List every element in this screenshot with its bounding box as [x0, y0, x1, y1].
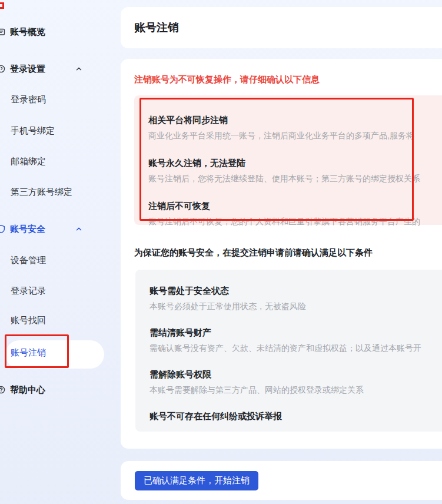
condition-item-title: 账号不可存在任何纠纷或投诉举报: [149, 410, 442, 423]
warning-item-title: 注销后不可恢复: [148, 200, 442, 213]
condition-item-desc: 需确认账号没有资产、欠款、未结清的资产和虚拟权益；以及通过本账号开: [149, 341, 442, 354]
condition-item-desc: 本账号必须处于正常使用状态，无被盗风险: [149, 300, 442, 313]
sidebar-item-phone-binding[interactable]: 手机号绑定: [0, 124, 118, 138]
condition-item: 账号不可存在任何纠纷或投诉举报: [149, 410, 442, 423]
overview-icon: [0, 27, 6, 37]
warning-item-title: 相关平台将同步注销: [148, 114, 442, 127]
sidebar-item-label: 账号找回: [11, 315, 46, 326]
sidebar-item-label: 账号注销: [11, 347, 46, 359]
warning-item-desc: 账号注销后，您将无法继续登陆、使用本账号；第三方账号的绑定授权关系: [148, 172, 442, 185]
submit-card: 已确认满足条件，开始注销: [121, 461, 442, 500]
sidebar-item-label: 手机号绑定: [11, 125, 55, 137]
sidebar-item-device-management[interactable]: 设备管理: [0, 253, 118, 267]
conditions-heading: 为保证您的账号安全，在提交注销申请前请确认满足以下条件: [134, 247, 373, 258]
sidebar-item-label: 账号安全: [10, 224, 45, 235]
help-icon: [0, 385, 6, 394]
sidebar-item-third-party-binding[interactable]: 第三方账号绑定: [0, 185, 118, 199]
condition-item-title: 需结清账号财产: [149, 326, 442, 339]
sidebar-item-account-overview[interactable]: 账号概览: [0, 25, 118, 39]
sidebar-item-label: 帮助中心: [10, 384, 45, 396]
shield-icon: [0, 224, 6, 234]
condition-item-title: 需解除账号权限: [149, 368, 442, 381]
sidebar-item-help-center[interactable]: 帮助中心: [0, 383, 118, 397]
sidebar-item-label: 邮箱绑定: [11, 156, 46, 167]
condition-item: 需解除账号权限 本账号需要解除与第三方产品、网站的授权登录或绑定关系: [149, 368, 442, 396]
warning-item-desc: 商业化业务平台采用统一账号，注销后商业化业务平台的多项产品,服务将: [148, 129, 442, 142]
sidebar-item-label: 账号概览: [10, 26, 45, 38]
app-root: 账号概览 登录设置 登录密码 手机号绑定 邮箱绑定 第三方账号绑: [0, 0, 442, 504]
sidebar-item-login-password[interactable]: 登录密码: [0, 92, 118, 107]
warning-heading: 注销账号为不可恢复操作，请仔细确认以下信息: [134, 74, 320, 85]
cancellation-info-card: 注销账号为不可恢复操作，请仔细确认以下信息 相关平台将同步注销 商业化业务平台采…: [121, 59, 442, 449]
sidebar-item-email-binding[interactable]: 邮箱绑定: [0, 154, 118, 168]
warning-item-desc: 账号注销后不可恢复；您的个人资料和巨量引擎旗下各营销服务平台产生的: [148, 215, 442, 228]
sidebar-item-label: 第三方账号绑定: [11, 187, 72, 198]
confirm-cancellation-button[interactable]: 已确认满足条件，开始注销: [135, 471, 258, 490]
sidebar-item-account-security[interactable]: 账号安全: [0, 222, 118, 236]
warning-notice-box: 相关平台将同步注销 商业化业务平台采用统一账号，注销后商业化业务平台的多项产品,…: [134, 95, 442, 225]
condition-item-title: 账号需处于安全状态: [149, 284, 442, 297]
warning-item: 相关平台将同步注销 商业化业务平台采用统一账号，注销后商业化业务平台的多项产品,…: [148, 114, 442, 142]
title-card: 账号注销: [121, 7, 442, 48]
sidebar-item-label: 设备管理: [11, 255, 46, 266]
condition-item: 账号需处于安全状态 本账号必须处于正常使用状态，无被盗风险: [149, 284, 442, 313]
login-settings-icon: [0, 64, 6, 74]
sidebar-item-account-cancellation[interactable]: 账号注销: [0, 346, 118, 360]
chevron-up-icon[interactable]: [75, 225, 83, 233]
condition-item: 需结清账号财产 需确认账号没有资产、欠款、未结清的资产和虚拟权益；以及通过本账号…: [149, 326, 442, 354]
sidebar-item-label: 登录设置: [10, 64, 45, 75]
sidebar-item-login-settings[interactable]: 登录设置: [0, 62, 118, 76]
warning-item-title: 账号永久注销，无法登陆: [148, 157, 442, 170]
sidebar-item-account-recovery[interactable]: 账号找回: [0, 313, 118, 327]
condition-item-desc: 本账号需要解除与第三方产品、网站的授权登录或绑定关系: [149, 383, 442, 396]
warning-item: 账号永久注销，无法登陆 账号注销后，您将无法继续登陆、使用本账号；第三方账号的绑…: [148, 157, 442, 185]
sidebar-item-label: 登录记录: [11, 286, 46, 297]
sidebar: 账号概览 登录设置 登录密码 手机号绑定 邮箱绑定 第三方账号绑: [0, 0, 121, 504]
conditions-box: 账号需处于安全状态 本账号必须处于正常使用状态，无被盗风险 需结清账号财产 需确…: [135, 270, 442, 432]
page-title: 账号注销: [134, 20, 179, 35]
sidebar-item-label: 登录密码: [11, 94, 46, 105]
chevron-up-icon[interactable]: [75, 65, 83, 73]
warning-item: 注销后不可恢复 账号注销后不可恢复；您的个人资料和巨量引擎旗下各营销服务平台产生…: [148, 200, 442, 228]
sidebar-item-login-records[interactable]: 登录记录: [0, 284, 118, 298]
